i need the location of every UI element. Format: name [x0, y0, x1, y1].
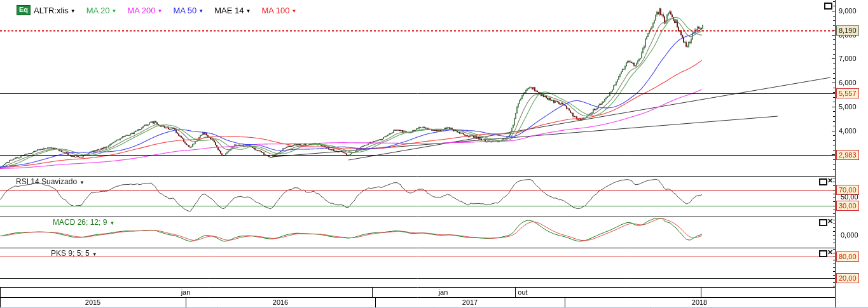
legend-item-mae-14[interactable]: MAE 14▼ — [214, 6, 251, 15]
legend-item-ma-100[interactable]: MA 100▼ — [261, 6, 296, 15]
price-tick-label: 6,000 — [839, 79, 857, 86]
panel-title-rsi[interactable]: RSI 14 Suavizado▼ — [16, 177, 85, 186]
close-icon[interactable]: ✕ — [827, 218, 833, 225]
price-tick-label: 4,000 — [839, 127, 857, 135]
chevron-down-icon[interactable]: ▼ — [112, 8, 117, 14]
close-icon[interactable]: ✕ — [827, 249, 833, 256]
price-level-label: 5,557 — [836, 88, 859, 98]
symbol-selector[interactable]: Eq ALTR:xlis ▼ — [17, 5, 76, 15]
chevron-down-icon[interactable]: ▼ — [79, 180, 85, 185]
maximize-icon[interactable] — [819, 178, 827, 185]
legend-label: MA 20 — [86, 6, 110, 15]
time-month-label: jan — [181, 288, 191, 296]
equity-type-badge: Eq — [17, 5, 31, 15]
price-tick-label: 9,000 — [839, 7, 857, 15]
price-tick-label: 5,000 — [839, 103, 857, 110]
price-level-label: 2,983 — [836, 150, 859, 160]
panel-title-label: PKS 9; 5; 5 — [51, 249, 90, 258]
indicator-level-label: 80,00 — [836, 251, 859, 262]
maximize-icon[interactable] — [819, 250, 827, 257]
indicator-level-label: 20,00 — [836, 273, 859, 283]
maximize-icon[interactable] — [824, 3, 832, 10]
indicator-axis-label: 0,000 — [841, 231, 858, 239]
time-year-label: 2016 — [273, 298, 288, 306]
legend-label: MA 100 — [261, 6, 289, 15]
time-month-label: jan — [439, 288, 448, 296]
price-chart-canvas[interactable] — [0, 0, 868, 308]
maximize-icon[interactable] — [819, 219, 827, 226]
time-year-label: 2018 — [692, 298, 707, 306]
symbol-label: ALTR:xlis — [34, 6, 69, 15]
panel-title-macd[interactable]: MACD 26; 12; 9▼ — [53, 218, 114, 227]
panel-title-label: MACD 26; 12; 9 — [53, 218, 107, 227]
price-tick-label: 7,000 — [839, 55, 857, 62]
time-month-label: out — [518, 288, 527, 296]
panel-title-pks[interactable]: PKS 9; 5; 5▼ — [51, 249, 97, 258]
chevron-down-icon[interactable]: ▼ — [198, 8, 203, 14]
chevron-down-icon[interactable]: ▼ — [158, 8, 163, 14]
chevron-down-icon[interactable]: ▼ — [109, 220, 114, 226]
time-year-label: 2015 — [85, 298, 100, 306]
price-level-label: 8,190 — [836, 25, 859, 36]
legend-label: MAE 14 — [214, 6, 244, 15]
indicator-axis-label: 50,00 — [841, 193, 858, 201]
panel-title-label: RSI 14 Suavizado — [16, 177, 77, 186]
legend-item-ma-50[interactable]: MA 50▼ — [173, 6, 203, 15]
chevron-down-icon[interactable]: ▼ — [92, 251, 97, 257]
chevron-down-icon[interactable]: ▼ — [245, 8, 251, 14]
chart-legend: Eq ALTR:xlis ▼ MA 20▼MA 200▼MA 50▼MAE 14… — [17, 5, 296, 15]
close-icon[interactable]: ✕ — [827, 177, 833, 184]
legend-item-ma-200[interactable]: MA 200▼ — [127, 6, 162, 15]
chevron-down-icon[interactable]: ▼ — [291, 8, 296, 14]
legend-item-ma-20[interactable]: MA 20▼ — [86, 6, 117, 15]
indicator-level-label: 30,00 — [836, 201, 859, 211]
chevron-down-icon[interactable]: ▼ — [71, 8, 76, 14]
trading-chart-window: Eq ALTR:xlis ▼ MA 20▼MA 200▼MA 50▼MAE 14… — [0, 0, 868, 308]
legend-label: MA 50 — [173, 6, 196, 15]
time-year-label: 2017 — [462, 298, 478, 306]
legend-label: MA 200 — [127, 6, 155, 15]
